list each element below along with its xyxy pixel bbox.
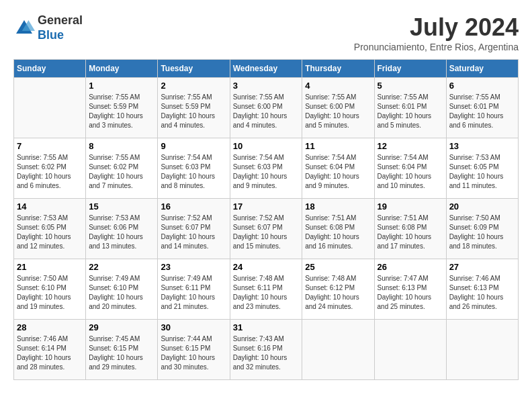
day-info: Sunrise: 7:54 AM Sunset: 6:04 PM Dayligh… <box>305 153 371 191</box>
day-number: 23 <box>161 262 226 272</box>
calendar-cell: 28Sunrise: 7:46 AM Sunset: 6:14 PM Dayli… <box>14 320 86 380</box>
day-number: 27 <box>449 262 515 272</box>
day-number: 10 <box>233 141 300 151</box>
calendar-cell: 31Sunrise: 7:43 AM Sunset: 6:16 PM Dayli… <box>230 320 302 380</box>
day-number: 24 <box>233 262 300 272</box>
calendar-cell: 6Sunrise: 7:55 AM Sunset: 6:01 PM Daylig… <box>446 78 518 138</box>
calendar-cell: 25Sunrise: 7:48 AM Sunset: 6:12 PM Dayli… <box>302 259 374 320</box>
day-number: 2 <box>161 81 226 91</box>
calendar-cell <box>374 320 446 380</box>
day-info: Sunrise: 7:55 AM Sunset: 6:01 PM Dayligh… <box>378 93 443 130</box>
day-number: 8 <box>89 141 154 151</box>
day-info: Sunrise: 7:52 AM Sunset: 6:07 PM Dayligh… <box>161 214 226 251</box>
day-info: Sunrise: 7:55 AM Sunset: 6:02 PM Dayligh… <box>17 153 83 191</box>
day-info: Sunrise: 7:51 AM Sunset: 6:08 PM Dayligh… <box>305 214 371 251</box>
calendar-cell: 16Sunrise: 7:52 AM Sunset: 6:07 PM Dayli… <box>158 199 230 259</box>
day-number: 6 <box>449 81 515 91</box>
calendar-cell: 9Sunrise: 7:54 AM Sunset: 6:03 PM Daylig… <box>158 138 230 199</box>
day-header-saturday: Saturday <box>446 60 518 78</box>
calendar-cell: 1Sunrise: 7:55 AM Sunset: 5:59 PM Daylig… <box>86 78 158 138</box>
calendar-cell: 5Sunrise: 7:55 AM Sunset: 6:01 PM Daylig… <box>374 78 446 138</box>
calendar-cell: 22Sunrise: 7:49 AM Sunset: 6:10 PM Dayli… <box>86 259 158 320</box>
day-header-monday: Monday <box>86 60 158 78</box>
day-number: 13 <box>449 141 515 151</box>
calendar-cell: 8Sunrise: 7:55 AM Sunset: 6:02 PM Daylig… <box>86 138 158 199</box>
calendar-cell: 30Sunrise: 7:44 AM Sunset: 6:15 PM Dayli… <box>158 320 230 380</box>
day-info: Sunrise: 7:48 AM Sunset: 6:12 PM Dayligh… <box>305 274 371 312</box>
day-number: 18 <box>305 201 371 212</box>
calendar-cell: 10Sunrise: 7:54 AM Sunset: 6:03 PM Dayli… <box>230 138 302 199</box>
day-info: Sunrise: 7:53 AM Sunset: 6:06 PM Dayligh… <box>89 214 154 251</box>
calendar-cell: 23Sunrise: 7:49 AM Sunset: 6:11 PM Dayli… <box>158 259 230 320</box>
day-number: 26 <box>378 262 443 272</box>
calendar-cell: 12Sunrise: 7:54 AM Sunset: 6:04 PM Dayli… <box>374 138 446 199</box>
day-info: Sunrise: 7:47 AM Sunset: 6:13 PM Dayligh… <box>378 274 443 312</box>
day-info: Sunrise: 7:48 AM Sunset: 6:11 PM Dayligh… <box>233 274 300 312</box>
day-info: Sunrise: 7:55 AM Sunset: 6:00 PM Dayligh… <box>305 93 371 130</box>
calendar-cell: 3Sunrise: 7:55 AM Sunset: 6:00 PM Daylig… <box>230 78 302 138</box>
day-number: 22 <box>89 262 154 272</box>
title-section: July 2024 Pronunciamiento, Entre Rios, A… <box>354 13 519 52</box>
logo-icon <box>13 17 35 39</box>
day-number: 4 <box>305 81 371 91</box>
day-number: 14 <box>17 201 83 212</box>
day-number: 21 <box>17 262 83 272</box>
day-info: Sunrise: 7:46 AM Sunset: 6:13 PM Dayligh… <box>449 274 515 312</box>
day-info: Sunrise: 7:46 AM Sunset: 6:14 PM Dayligh… <box>17 334 83 372</box>
day-info: Sunrise: 7:49 AM Sunset: 6:10 PM Dayligh… <box>89 274 154 312</box>
day-info: Sunrise: 7:53 AM Sunset: 6:05 PM Dayligh… <box>449 153 515 191</box>
day-info: Sunrise: 7:45 AM Sunset: 6:15 PM Dayligh… <box>89 334 154 372</box>
day-number: 17 <box>233 201 300 212</box>
day-number: 30 <box>161 322 226 332</box>
day-info: Sunrise: 7:50 AM Sunset: 6:09 PM Dayligh… <box>449 214 515 251</box>
day-info: Sunrise: 7:54 AM Sunset: 6:03 PM Dayligh… <box>233 153 300 191</box>
calendar-cell: 15Sunrise: 7:53 AM Sunset: 6:06 PM Dayli… <box>86 199 158 259</box>
logo-text: General Blue <box>38 13 83 42</box>
day-header-friday: Friday <box>374 60 446 78</box>
calendar-cell: 2Sunrise: 7:55 AM Sunset: 5:59 PM Daylig… <box>158 78 230 138</box>
calendar-cell <box>302 320 374 380</box>
day-number: 20 <box>449 201 515 212</box>
day-header-tuesday: Tuesday <box>158 60 230 78</box>
page-header: General Blue July 2024 Pronunciamiento, … <box>13 13 519 52</box>
calendar-cell: 18Sunrise: 7:51 AM Sunset: 6:08 PM Dayli… <box>302 199 374 259</box>
calendar-table: SundayMondayTuesdayWednesdayThursdayFrid… <box>13 59 519 380</box>
day-info: Sunrise: 7:51 AM Sunset: 6:08 PM Dayligh… <box>378 214 443 251</box>
day-header-sunday: Sunday <box>14 60 86 78</box>
day-info: Sunrise: 7:55 AM Sunset: 6:00 PM Dayligh… <box>233 93 300 130</box>
day-number: 15 <box>89 201 154 212</box>
calendar-cell: 13Sunrise: 7:53 AM Sunset: 6:05 PM Dayli… <box>446 138 518 199</box>
day-number: 5 <box>378 81 443 91</box>
day-number: 12 <box>378 141 443 151</box>
logo: General Blue <box>13 13 83 42</box>
day-number: 7 <box>17 141 83 151</box>
location: Pronunciamiento, Entre Rios, Argentina <box>354 42 519 52</box>
calendar-cell: 24Sunrise: 7:48 AM Sunset: 6:11 PM Dayli… <box>230 259 302 320</box>
day-info: Sunrise: 7:49 AM Sunset: 6:11 PM Dayligh… <box>161 274 226 312</box>
calendar-cell: 17Sunrise: 7:52 AM Sunset: 6:07 PM Dayli… <box>230 199 302 259</box>
day-info: Sunrise: 7:43 AM Sunset: 6:16 PM Dayligh… <box>233 334 300 372</box>
day-info: Sunrise: 7:44 AM Sunset: 6:15 PM Dayligh… <box>161 334 226 372</box>
calendar-cell: 11Sunrise: 7:54 AM Sunset: 6:04 PM Dayli… <box>302 138 374 199</box>
day-info: Sunrise: 7:50 AM Sunset: 6:10 PM Dayligh… <box>17 274 83 312</box>
day-number: 11 <box>305 141 371 151</box>
day-number: 3 <box>233 81 300 91</box>
day-number: 31 <box>233 322 300 332</box>
calendar-cell: 21Sunrise: 7:50 AM Sunset: 6:10 PM Dayli… <box>14 259 86 320</box>
day-info: Sunrise: 7:53 AM Sunset: 6:05 PM Dayligh… <box>17 214 83 251</box>
calendar-cell: 26Sunrise: 7:47 AM Sunset: 6:13 PM Dayli… <box>374 259 446 320</box>
day-info: Sunrise: 7:54 AM Sunset: 6:03 PM Dayligh… <box>161 153 226 191</box>
day-number: 29 <box>89 322 154 332</box>
day-info: Sunrise: 7:55 AM Sunset: 5:59 PM Dayligh… <box>89 93 154 130</box>
day-number: 25 <box>305 262 371 272</box>
day-number: 16 <box>161 201 226 212</box>
calendar-cell: 27Sunrise: 7:46 AM Sunset: 6:13 PM Dayli… <box>446 259 518 320</box>
calendar-cell: 7Sunrise: 7:55 AM Sunset: 6:02 PM Daylig… <box>14 138 86 199</box>
calendar-cell: 20Sunrise: 7:50 AM Sunset: 6:09 PM Dayli… <box>446 199 518 259</box>
calendar-cell: 19Sunrise: 7:51 AM Sunset: 6:08 PM Dayli… <box>374 199 446 259</box>
day-info: Sunrise: 7:55 AM Sunset: 6:01 PM Dayligh… <box>449 93 515 130</box>
calendar-cell <box>446 320 518 380</box>
day-number: 1 <box>89 81 154 91</box>
calendar-cell: 4Sunrise: 7:55 AM Sunset: 6:00 PM Daylig… <box>302 78 374 138</box>
day-info: Sunrise: 7:55 AM Sunset: 5:59 PM Dayligh… <box>161 93 226 130</box>
